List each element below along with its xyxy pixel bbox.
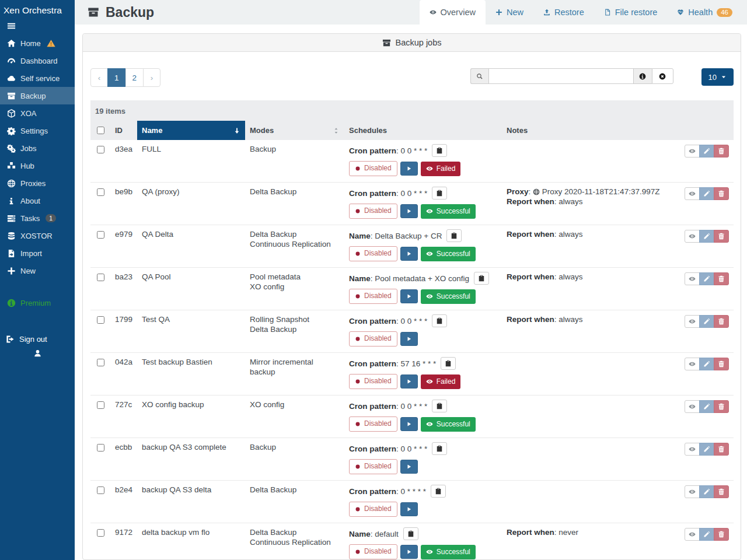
copy-schedule-button[interactable] <box>432 400 447 412</box>
run-schedule-button[interactable] <box>400 332 418 346</box>
view-job-button[interactable] <box>685 400 700 413</box>
edit-job-button[interactable] <box>699 400 714 413</box>
pagination-next-button[interactable]: › <box>143 68 160 87</box>
edit-job-button[interactable] <box>699 315 714 328</box>
row-checkbox[interactable] <box>97 188 104 196</box>
sign-out-button[interactable]: Sign out <box>6 335 75 344</box>
sidebar-item-xostor[interactable]: XOSTOR <box>0 227 75 244</box>
edit-job-button[interactable] <box>699 145 714 158</box>
view-job-button[interactable] <box>685 272 700 285</box>
edit-job-button[interactable] <box>699 272 714 285</box>
delete-job-button[interactable] <box>714 230 729 243</box>
premium-link[interactable]: Premium <box>7 299 75 307</box>
sidebar-item-settings[interactable]: Settings <box>0 122 75 139</box>
schedule-state-toggle[interactable]: Disabled <box>349 161 397 176</box>
view-job-button[interactable] <box>685 443 700 456</box>
schedule-state-toggle[interactable]: Disabled <box>349 289 397 304</box>
tab-health[interactable]: Health 46 <box>667 0 742 24</box>
last-run-status-badge[interactable]: Failed <box>421 374 461 389</box>
schedule-state-toggle[interactable]: Disabled <box>349 331 397 346</box>
pagination-prev-button[interactable]: ‹ <box>90 68 108 87</box>
delete-job-button[interactable] <box>714 145 729 158</box>
search-input[interactable] <box>488 68 634 84</box>
sidebar-item-hub[interactable]: Hub <box>0 157 75 174</box>
sidebar-item-dashboard[interactable]: Dashboard <box>0 52 75 69</box>
view-job-button[interactable] <box>685 187 700 200</box>
edit-job-button[interactable] <box>699 187 714 200</box>
sidebar-item-about[interactable]: About <box>0 192 75 209</box>
view-job-button[interactable] <box>685 145 700 158</box>
sidebar-item-self-service[interactable]: Self service <box>0 69 75 87</box>
menu-toggle-button[interactable] <box>0 17 23 34</box>
row-checkbox[interactable] <box>97 316 104 324</box>
sidebar-item-backup[interactable]: Backup <box>0 87 75 104</box>
copy-schedule-button[interactable] <box>431 485 446 498</box>
row-checkbox[interactable] <box>97 274 104 281</box>
copy-schedule-button[interactable] <box>432 144 447 157</box>
copy-schedule-button[interactable] <box>474 272 489 285</box>
run-schedule-button[interactable] <box>400 247 418 261</box>
search-clear-button[interactable] <box>652 68 673 84</box>
schedule-state-toggle[interactable]: Disabled <box>349 204 397 219</box>
copy-schedule-button[interactable] <box>446 229 462 242</box>
run-schedule-button[interactable] <box>400 460 418 474</box>
edit-job-button[interactable] <box>699 358 714 370</box>
select-all-checkbox[interactable] <box>97 127 104 134</box>
sidebar-item-new[interactable]: New <box>0 262 75 279</box>
page-size-dropdown[interactable]: 10 <box>701 68 734 86</box>
sidebar-item-tasks[interactable]: Tasks1 <box>0 209 75 227</box>
schedule-state-toggle[interactable]: Disabled <box>349 374 397 389</box>
run-schedule-button[interactable] <box>400 545 418 559</box>
column-header-notes[interactable]: Notes <box>502 121 675 140</box>
sidebar-item-proxies[interactable]: Proxies <box>0 174 75 192</box>
delete-job-button[interactable] <box>714 443 729 456</box>
run-schedule-button[interactable] <box>400 374 418 388</box>
column-header-modes[interactable]: Modes <box>245 121 344 140</box>
row-checkbox[interactable] <box>97 146 104 153</box>
copy-schedule-button[interactable] <box>432 187 447 200</box>
copy-schedule-button[interactable] <box>432 314 447 327</box>
view-job-button[interactable] <box>685 315 700 328</box>
last-run-status-badge[interactable]: Successful <box>421 545 476 559</box>
schedule-state-toggle[interactable]: Disabled <box>349 502 397 517</box>
last-run-status-badge[interactable]: Failed <box>421 162 461 176</box>
schedule-state-toggle[interactable]: Disabled <box>349 459 397 474</box>
schedule-state-toggle[interactable]: Disabled <box>349 246 397 261</box>
edit-job-button[interactable] <box>699 443 714 456</box>
run-schedule-button[interactable] <box>400 204 418 218</box>
run-schedule-button[interactable] <box>400 417 418 431</box>
edit-job-button[interactable] <box>699 230 714 243</box>
view-job-button[interactable] <box>685 528 700 541</box>
delete-job-button[interactable] <box>714 485 729 498</box>
search-info-icon[interactable] <box>634 68 652 84</box>
sidebar-item-import[interactable]: Import <box>0 244 75 262</box>
last-run-status-badge[interactable]: Successful <box>421 247 476 261</box>
delete-job-button[interactable] <box>714 187 729 200</box>
row-checkbox[interactable] <box>97 487 104 494</box>
edit-job-button[interactable] <box>699 528 714 541</box>
pagination-page-2[interactable]: 2 <box>125 68 144 87</box>
row-checkbox[interactable] <box>97 529 104 537</box>
run-schedule-button[interactable] <box>400 502 418 516</box>
pagination-page-1[interactable]: 1 <box>107 68 126 87</box>
run-schedule-button[interactable] <box>400 162 418 176</box>
sidebar-item-xoa[interactable]: XOA <box>0 104 75 122</box>
last-run-status-badge[interactable]: Successful <box>421 289 476 304</box>
column-header-name[interactable]: Name <box>137 121 245 140</box>
column-header-id[interactable]: ID <box>110 121 137 140</box>
copy-schedule-button[interactable] <box>403 527 418 540</box>
delete-job-button[interactable] <box>714 272 729 285</box>
sidebar-item-jobs[interactable]: Jobs <box>0 139 75 157</box>
tab-new[interactable]: New <box>486 0 533 24</box>
sidebar-item-home[interactable]: Home <box>0 34 75 52</box>
tab-overview[interactable]: Overview <box>420 0 486 24</box>
delete-job-button[interactable] <box>714 358 729 370</box>
schedule-state-toggle[interactable]: Disabled <box>349 416 397 432</box>
row-checkbox[interactable] <box>97 231 104 239</box>
row-checkbox[interactable] <box>97 401 104 409</box>
column-header-schedules[interactable]: Schedules <box>344 121 502 140</box>
delete-job-button[interactable] <box>714 400 729 413</box>
last-run-status-badge[interactable]: Successful <box>421 417 476 432</box>
copy-schedule-button[interactable] <box>432 442 447 455</box>
copy-schedule-button[interactable] <box>441 357 456 370</box>
